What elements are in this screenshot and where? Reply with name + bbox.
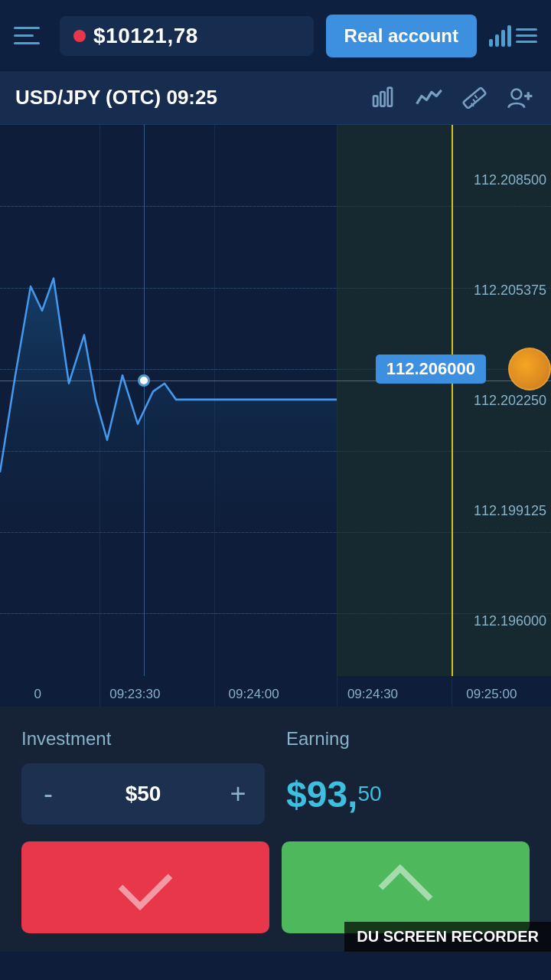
investment-label: Investment [21, 728, 265, 750]
svg-rect-0 [373, 96, 377, 106]
price-chart [0, 125, 551, 707]
investment-value: $50 [75, 782, 211, 806]
bottom-wrapper: Investment - $50 + Earning $93,50 [0, 707, 551, 952]
trading-pair: USD/JPY (OTC) 09:25 [15, 86, 352, 109]
nav-icon [516, 28, 537, 43]
chevron-up-icon [379, 864, 433, 919]
crosshair-vertical [144, 125, 145, 676]
chevron-down-icon [119, 857, 173, 911]
sell-down-button[interactable] [21, 841, 269, 933]
current-price-tag: 112.206000 [376, 354, 486, 384]
svg-point-7 [511, 89, 521, 99]
live-dot [73, 30, 86, 42]
time-label-1: 09:23:30 [109, 687, 160, 702]
crosshair-dot [138, 374, 150, 387]
svg-rect-1 [380, 92, 384, 106]
time-labels: 0 09:23:30 09:24:00 09:24:30 09:25:00 [0, 687, 551, 702]
trade-buttons [21, 841, 530, 933]
earning-main: $93, [286, 773, 357, 815]
add-person-icon[interactable] [505, 83, 536, 113]
chart-area: 112.206000 112.208500 112.205375 112.202… [0, 125, 551, 707]
menu-button[interactable] [14, 19, 47, 53]
earning-value: $93,50 [286, 763, 530, 825]
svg-line-6 [474, 95, 477, 98]
earning-section: Earning $93,50 [286, 728, 530, 825]
balance-value: $10121,78 [93, 24, 198, 48]
investment-control: - $50 + [21, 763, 265, 825]
trade-controls: Investment - $50 + Earning $93,50 [21, 728, 530, 825]
time-label-3: 09:24:30 [347, 687, 398, 702]
earning-cents: 50 [357, 782, 381, 806]
line-chart-icon[interactable] [413, 83, 444, 113]
chart-toolbar: USD/JPY (OTC) 09:25 [0, 71, 551, 125]
signal-bars [489, 25, 511, 47]
svg-rect-2 [388, 87, 392, 106]
svg-line-5 [473, 99, 475, 102]
bottom-panel: Investment - $50 + Earning $93,50 [0, 707, 551, 952]
recorder-badge: DU SCREEN RECORDER [344, 922, 551, 952]
earning-label: Earning [286, 728, 530, 750]
bar-chart-icon[interactable] [367, 83, 398, 113]
investment-section: Investment - $50 + [21, 728, 265, 825]
time-label-0: 0 [34, 687, 41, 702]
time-label-2: 09:24:00 [229, 687, 279, 702]
svg-rect-3 [463, 87, 486, 109]
header: $10121,78 Real account [0, 0, 551, 71]
balance-display: $10121,78 [60, 16, 314, 56]
real-account-button[interactable]: Real account [326, 15, 477, 57]
ruler-icon[interactable] [459, 83, 490, 113]
signal-icon[interactable] [489, 25, 537, 47]
decrease-button[interactable]: - [21, 763, 75, 825]
time-label-4: 09:25:00 [466, 687, 517, 702]
increase-button[interactable]: + [211, 763, 265, 825]
buy-up-button[interactable] [282, 841, 530, 933]
price-indicator [508, 348, 551, 390]
